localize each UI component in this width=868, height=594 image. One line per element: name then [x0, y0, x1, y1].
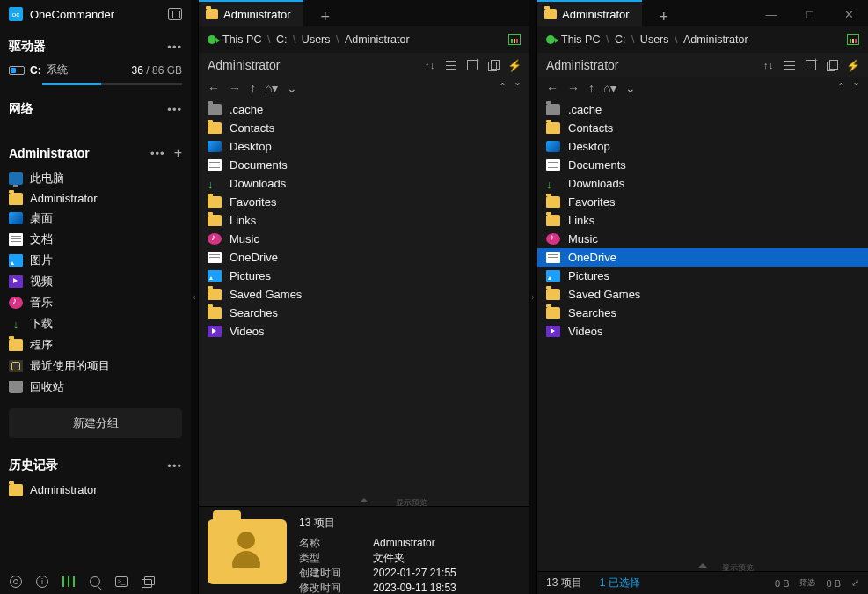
- status-filter[interactable]: 筛选: [799, 577, 815, 589]
- dropdown-button[interactable]: ⌄: [625, 81, 636, 95]
- sidebar-item[interactable]: 图片: [0, 250, 191, 271]
- activity-icon[interactable]: [62, 575, 76, 589]
- file-row[interactable]: Pictures: [199, 267, 529, 285]
- file-row[interactable]: Links: [199, 211, 529, 230]
- copy-icon[interactable]: [487, 59, 500, 71]
- back-button[interactable]: ←: [546, 81, 558, 95]
- back-button[interactable]: ←: [208, 81, 220, 95]
- file-row[interactable]: Searches: [199, 304, 529, 322]
- sort-icon[interactable]: [424, 59, 436, 71]
- file-row[interactable]: Links: [537, 211, 868, 230]
- file-row[interactable]: Downloads: [199, 174, 529, 193]
- breadcrumb-segment[interactable]: Users: [640, 33, 669, 46]
- file-row[interactable]: Searches: [537, 304, 868, 322]
- left-tab[interactable]: Administrator: [199, 2, 303, 26]
- file-row[interactable]: Documents: [537, 156, 868, 174]
- gutter-mid[interactable]: ›: [529, 0, 536, 594]
- sidebar-item[interactable]: 桌面: [0, 208, 191, 229]
- drive-c[interactable]: C: 系统 36 / 86 GB: [0, 60, 191, 83]
- new-folder-icon[interactable]: [466, 59, 478, 71]
- forward-button[interactable]: →: [567, 81, 580, 95]
- left-file-list[interactable]: .cacheContactsDesktopDocumentsDownloadsF…: [199, 99, 529, 506]
- sidebar-item[interactable]: 程序: [0, 334, 191, 356]
- terminal-icon[interactable]: >_: [114, 575, 128, 589]
- windows-icon[interactable]: [141, 575, 155, 589]
- file-row[interactable]: Favorites: [537, 193, 868, 211]
- sort-icon[interactable]: [762, 59, 775, 71]
- sidebar-item[interactable]: 文档: [0, 229, 191, 250]
- sidebar-item[interactable]: 此电脑: [0, 168, 191, 189]
- collapse-down-icon[interactable]: ˅: [514, 81, 521, 95]
- search-icon[interactable]: [88, 575, 102, 589]
- preview-toggle-label[interactable]: 显示预览: [722, 562, 754, 574]
- drives-more-icon[interactable]: •••: [167, 40, 182, 54]
- breadcrumb-segment[interactable]: Administrator: [683, 33, 748, 46]
- right-tab[interactable]: Administrator: [537, 2, 642, 26]
- file-row[interactable]: Pictures: [537, 267, 868, 285]
- breadcrumb-segment[interactable]: Users: [302, 33, 331, 46]
- history-more-icon[interactable]: •••: [167, 459, 182, 473]
- sidebar-item[interactable]: Administrator: [0, 189, 191, 208]
- left-tab-add[interactable]: +: [312, 8, 339, 26]
- file-row[interactable]: Saved Games: [199, 285, 529, 304]
- dropdown-button[interactable]: ⌄: [287, 81, 297, 95]
- list-view-icon[interactable]: [784, 59, 796, 71]
- collapse-up-icon[interactable]: ˄: [500, 81, 506, 95]
- sidebar-item[interactable]: 音乐: [0, 292, 191, 313]
- file-row[interactable]: Contacts: [537, 119, 868, 137]
- right-tab-add[interactable]: +: [651, 8, 678, 26]
- new-group-button[interactable]: 新建分组: [9, 408, 182, 438]
- file-row[interactable]: .cache: [537, 100, 868, 119]
- analyze-icon[interactable]: [508, 34, 521, 45]
- up-button[interactable]: ↑: [250, 81, 256, 95]
- list-view-icon[interactable]: [445, 59, 457, 71]
- favorites-more-icon[interactable]: •••: [150, 147, 165, 160]
- file-row[interactable]: Saved Games: [537, 285, 868, 304]
- maximize-button[interactable]: □: [791, 2, 829, 26]
- sidebar-item[interactable]: 下载: [0, 313, 191, 334]
- file-row[interactable]: Favorites: [199, 193, 529, 211]
- close-button[interactable]: ✕: [829, 2, 868, 26]
- preview-toggle-label[interactable]: 显示预览: [396, 497, 427, 509]
- file-row[interactable]: OneDrive: [199, 248, 529, 267]
- action-icon[interactable]: ⚡: [847, 59, 859, 71]
- action-icon[interactable]: ⚡: [508, 59, 521, 71]
- history-item[interactable]: Administrator: [0, 480, 191, 499]
- breadcrumb-segment[interactable]: C:: [276, 33, 288, 46]
- minimize-button[interactable]: —: [752, 2, 791, 26]
- gutter-left[interactable]: ‹: [191, 0, 198, 594]
- breadcrumb-segment[interactable]: Administrator: [345, 33, 410, 46]
- settings-icon[interactable]: [9, 575, 23, 589]
- home-button[interactable]: ⌂▾: [603, 81, 616, 95]
- file-row[interactable]: Music: [537, 230, 868, 248]
- breadcrumb-segment[interactable]: C:: [615, 33, 626, 46]
- breadcrumb-segment[interactable]: This PC: [561, 33, 600, 46]
- file-row[interactable]: Desktop: [537, 137, 868, 156]
- network-more-icon[interactable]: •••: [167, 103, 182, 116]
- sidebar-item[interactable]: 视频: [0, 271, 191, 292]
- file-row[interactable]: Downloads: [537, 174, 868, 193]
- collapse-up-icon[interactable]: ˄: [838, 81, 844, 95]
- about-icon[interactable]: i: [35, 575, 49, 589]
- file-row[interactable]: Documents: [199, 156, 529, 174]
- analyze-icon[interactable]: [847, 34, 859, 45]
- file-row[interactable]: Desktop: [199, 137, 529, 156]
- collapse-down-icon[interactable]: ˅: [853, 81, 859, 95]
- favorites-add-icon[interactable]: +: [174, 145, 182, 161]
- file-row[interactable]: .cache: [199, 100, 529, 119]
- forward-button[interactable]: →: [229, 81, 241, 95]
- sidebar-item[interactable]: 最近使用的项目: [0, 356, 191, 377]
- new-folder-icon[interactable]: [805, 59, 817, 71]
- file-row[interactable]: OneDrive: [537, 248, 868, 267]
- file-row[interactable]: Music: [199, 230, 529, 248]
- copy-icon[interactable]: [826, 59, 838, 71]
- file-row[interactable]: Contacts: [199, 119, 529, 137]
- up-button[interactable]: ↑: [588, 81, 594, 95]
- right-file-list[interactable]: .cacheContactsDesktopDocumentsDownloadsF…: [537, 99, 868, 571]
- status-expand-icon[interactable]: ⤢: [851, 577, 859, 589]
- file-row[interactable]: Videos: [199, 322, 529, 341]
- layout-toggle-icon[interactable]: [168, 8, 182, 20]
- home-button[interactable]: ⌂▾: [265, 81, 278, 95]
- breadcrumb-segment[interactable]: This PC: [222, 33, 261, 46]
- sidebar-item[interactable]: 回收站: [0, 377, 191, 398]
